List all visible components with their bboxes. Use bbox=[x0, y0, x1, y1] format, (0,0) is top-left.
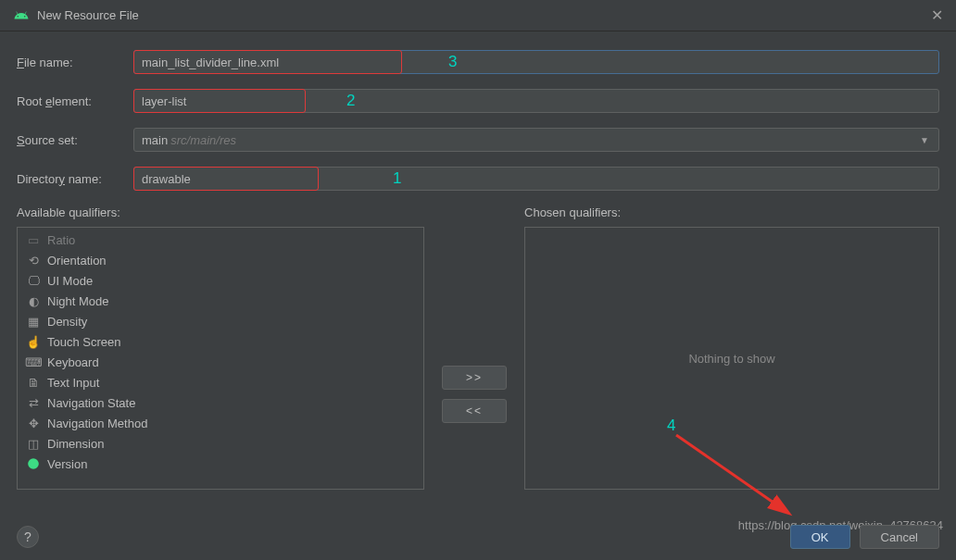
orientation-icon: ⟲ bbox=[25, 252, 42, 268]
qualifier-buttons: >> << bbox=[435, 205, 513, 490]
qualifier-textinput[interactable]: 🗎Text Input bbox=[18, 372, 423, 392]
qualifier-ratio[interactable]: ▭Ratio bbox=[18, 230, 423, 250]
qualifier-uimode[interactable]: 🖵UI Mode bbox=[18, 270, 423, 291]
row-dirname: Directory name:Directory name: 1 bbox=[17, 167, 939, 191]
available-label: Available qualifiers:Available qualifier… bbox=[17, 205, 424, 219]
qualifier-navstate[interactable]: ⇄Navigation State bbox=[18, 392, 423, 413]
row-filename: FFile name:ile name: 3 bbox=[17, 50, 939, 74]
remove-qualifier-button[interactable]: << bbox=[442, 399, 507, 423]
dirname-label: Directory name:Directory name: bbox=[17, 172, 133, 186]
available-list[interactable]: ▭Ratio ⟲Orientation 🖵UI Mode ◐Night Mode… bbox=[17, 227, 424, 490]
available-col: Available qualifiers:Available qualifier… bbox=[17, 205, 424, 490]
filename-label: FFile name:ile name: bbox=[17, 56, 133, 69]
annotation-3: 3 bbox=[430, 53, 457, 71]
root-label: Root element:Root element: bbox=[17, 94, 133, 108]
android-icon bbox=[13, 7, 30, 24]
dirname-input[interactable] bbox=[133, 167, 319, 191]
qualifier-version[interactable]: Version bbox=[18, 454, 423, 474]
titlebar: New Resource File ✕ bbox=[0, 0, 956, 31]
root-input[interactable] bbox=[133, 89, 306, 113]
qualifier-density[interactable]: ▦Density bbox=[18, 311, 423, 331]
close-icon[interactable]: ✕ bbox=[931, 6, 943, 24]
annotation-4: 4 bbox=[667, 417, 675, 435]
content: FFile name:ile name: 3 Root element:Root… bbox=[0, 31, 956, 499]
touch-icon: ☝ bbox=[25, 333, 42, 350]
row-root: Root element:Root element: 2 bbox=[17, 89, 939, 113]
qualifier-keyboard[interactable]: ⌨Keyboard bbox=[18, 352, 423, 372]
svg-point-0 bbox=[28, 458, 39, 469]
uimode-icon: 🖵 bbox=[25, 272, 42, 289]
textinput-icon: 🗎 bbox=[25, 374, 42, 391]
add-qualifier-button[interactable]: >> bbox=[442, 366, 507, 390]
night-icon: ◐ bbox=[25, 292, 42, 309]
window-title: New Resource File bbox=[37, 8, 931, 22]
chevron-down-icon: ▼ bbox=[920, 135, 929, 145]
filename-wrap: 3 bbox=[133, 50, 939, 74]
annotation-1: 1 bbox=[374, 169, 401, 188]
chosen-col: Chosen qualifiers:Chosen qualifiers: Not… bbox=[524, 205, 939, 490]
navstate-icon: ⇄ bbox=[25, 394, 42, 411]
source-value: main bbox=[142, 133, 168, 147]
qualifier-orientation[interactable]: ⟲Orientation bbox=[18, 250, 423, 270]
nothing-to-show: Nothing to show bbox=[688, 352, 774, 366]
ratio-icon: ▭ bbox=[25, 231, 42, 248]
chosen-list[interactable]: Nothing to show bbox=[524, 227, 939, 490]
qualifier-navmethod[interactable]: ✥Navigation Method bbox=[18, 413, 423, 433]
source-select[interactable]: main src/main/res ▼ bbox=[133, 128, 939, 152]
root-wrap: 2 bbox=[133, 89, 939, 113]
annotation-2: 2 bbox=[328, 92, 355, 110]
bottom-bar: ? OK Cancel bbox=[17, 525, 939, 549]
qualifier-touch[interactable]: ☝Touch Screen bbox=[18, 331, 423, 352]
dimension-icon: ◫ bbox=[25, 435, 42, 452]
navmethod-icon: ✥ bbox=[25, 415, 42, 431]
keyboard-icon: ⌨ bbox=[25, 354, 42, 370]
dirname-wrap: 1 bbox=[133, 167, 939, 191]
source-hint: src/main/res bbox=[170, 133, 236, 147]
help-button[interactable]: ? bbox=[17, 526, 39, 548]
source-label: Source set:Source set: bbox=[17, 133, 133, 147]
version-icon bbox=[25, 455, 42, 472]
chosen-label: Chosen qualifiers:Chosen qualifiers: bbox=[524, 205, 939, 219]
density-icon: ▦ bbox=[25, 313, 42, 330]
row-source: Source set:Source set: main src/main/res… bbox=[17, 128, 939, 152]
filename-input[interactable] bbox=[133, 50, 402, 74]
qualifier-nightmode[interactable]: ◐Night Mode bbox=[18, 291, 423, 311]
cancel-button[interactable]: Cancel bbox=[860, 525, 939, 549]
ok-button[interactable]: OK bbox=[790, 525, 850, 549]
qualifier-dimension[interactable]: ◫Dimension bbox=[18, 433, 423, 454]
qualifiers-section: Available qualifiers:Available qualifier… bbox=[17, 205, 939, 490]
